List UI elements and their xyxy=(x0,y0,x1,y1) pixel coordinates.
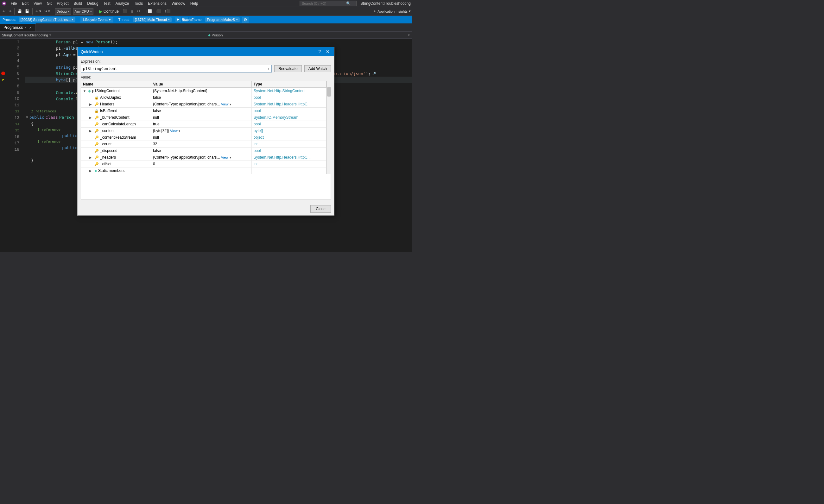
expand-headers[interactable]: ▶ xyxy=(89,156,93,159)
breadcrumb-right[interactable]: ◆ Person ▾ xyxy=(206,32,412,38)
value-disposed: false xyxy=(151,147,251,154)
type-AllowDuplex: bool xyxy=(251,94,326,101)
expand-content[interactable]: ▶ xyxy=(89,129,93,133)
ln-15: 15 xyxy=(9,127,19,134)
headers2-view-arrow[interactable]: ▾ xyxy=(230,156,231,159)
menu-window[interactable]: Window xyxy=(169,1,188,6)
expand-offset xyxy=(89,162,93,166)
expand-canCalcLength xyxy=(89,123,93,126)
name-static: Static members xyxy=(98,168,124,173)
quickwatch-footer: Close xyxy=(78,203,334,215)
debug-config-dropdown[interactable]: Debug ▾ xyxy=(55,8,71,15)
menu-build[interactable]: Build xyxy=(71,1,85,6)
row-name-count: 🔑 _count xyxy=(81,141,151,147)
quickwatch-table-wrapper: Name Value Type ▼ ◆ p1StringContent xyxy=(81,81,331,174)
type-IsBuffered: bool xyxy=(251,108,326,114)
table-row: ▼ ◆ p1StringContent {System.Net.Http.Str… xyxy=(81,88,331,94)
expand-Headers[interactable]: ▶ xyxy=(89,103,93,106)
reevaluate-btn[interactable]: Reevaluate xyxy=(274,65,302,72)
value-canCalcLength: true xyxy=(151,121,251,128)
ln-18: 18 xyxy=(9,146,19,153)
menu-project[interactable]: Project xyxy=(54,1,71,6)
save-btn[interactable]: 💾 xyxy=(16,9,23,14)
menu-extensions[interactable]: Extensions xyxy=(145,1,169,6)
back-btn[interactable]: ↩ xyxy=(1,9,7,14)
ln-13: 13 xyxy=(9,115,19,121)
menu-git[interactable]: Git xyxy=(44,1,54,6)
tab-program-cs-close[interactable]: ✕ xyxy=(28,26,32,29)
content-view-arrow[interactable]: ▾ xyxy=(179,129,180,133)
sep4 xyxy=(95,8,95,15)
search-box[interactable]: 🔍 xyxy=(300,1,356,6)
headers-view-link[interactable]: View xyxy=(221,102,229,106)
step-over-btn[interactable]: ↓⬜ xyxy=(145,9,153,14)
expand-bufferedContent[interactable]: ▶ xyxy=(89,116,93,119)
close-btn[interactable]: Close xyxy=(310,205,331,213)
thread-arrow: ▾ xyxy=(168,18,170,21)
table-row: 🔑 _offset 0 int xyxy=(81,161,331,167)
ln-6: 6 xyxy=(9,70,19,77)
thread-label: Thread: xyxy=(118,18,130,21)
expression-input[interactable]: p1StringContent ▾ xyxy=(81,65,272,73)
headers-view-arrow[interactable]: ▾ xyxy=(230,103,231,106)
expand-p1StringContent[interactable]: ▼ xyxy=(83,89,87,93)
stack-value[interactable]: Program.<Main>$ ▾ xyxy=(205,17,240,22)
content-view-link[interactable]: View xyxy=(170,129,178,133)
search-input[interactable] xyxy=(302,2,346,5)
breadcrumb-left[interactable]: StringContentTroubleshooting ▾ xyxy=(0,32,206,38)
expand-static[interactable]: ▶ xyxy=(89,169,93,172)
step-into-btn[interactable]: ↓⬛ xyxy=(154,9,163,14)
forward-btn[interactable]: ↪ xyxy=(7,9,13,14)
add-watch-btn[interactable]: Add Watch xyxy=(304,65,331,72)
menu-file[interactable]: File xyxy=(8,1,19,6)
table-scrollbar[interactable] xyxy=(326,81,331,174)
continue-btn[interactable]: ▶ Continue xyxy=(97,8,121,15)
bp-6 xyxy=(1,70,5,77)
process-value[interactable]: [20028] StringContentTroubles... ▾ xyxy=(19,17,76,22)
headers-value-text: {Content-Type: application/json; chars..… xyxy=(153,102,220,106)
ai-dropdown-arrow[interactable]: ▾ xyxy=(409,9,411,13)
quickwatch-help-btn[interactable]: ? xyxy=(317,49,322,54)
value-label: Value: xyxy=(81,75,331,80)
debug-btn2[interactable]: ⏸ xyxy=(129,9,135,14)
icon-bufferedContent: 🔑 xyxy=(94,116,99,120)
person-icon: ◆ xyxy=(208,33,211,37)
thread-value[interactable]: [13760] Main Thread ▾ xyxy=(133,17,172,22)
tab-program-cs[interactable]: Program.cs ● ✕ xyxy=(0,23,36,31)
platform-dropdown[interactable]: Any CPU ▾ xyxy=(73,8,93,15)
thread-btn1[interactable]: ⚑ xyxy=(176,17,181,22)
menu-help[interactable]: Help xyxy=(188,1,201,6)
lifecycle-btn[interactable]: Lifecycle Events ▾ xyxy=(81,17,113,22)
ln-16: 16 xyxy=(9,134,19,140)
scrollbar-thumb[interactable] xyxy=(327,87,331,97)
name-bufferedContent: _bufferedContent xyxy=(100,115,129,120)
menu-test[interactable]: Test xyxy=(101,1,113,6)
stack-settings-btn[interactable]: ⚙ xyxy=(242,17,248,23)
name-canCalcLength: _canCalculateLength xyxy=(100,122,136,126)
quickwatch-close-btn[interactable]: ✕ xyxy=(325,49,331,54)
type-canCalcLength: bool xyxy=(251,121,326,128)
headers2-view-link[interactable]: View xyxy=(221,155,229,159)
debug-btn3[interactable]: ↺ xyxy=(136,9,141,14)
menu-view[interactable]: View xyxy=(31,1,44,6)
step-out-btn[interactable]: ↑⬛ xyxy=(164,9,172,14)
menu-edit[interactable]: Edit xyxy=(19,1,31,6)
debug-btn1[interactable]: ⬛ xyxy=(122,9,128,14)
table-header-row: Name Value Type xyxy=(81,81,331,88)
menu-debug[interactable]: Debug xyxy=(85,1,101,6)
thread-btn3[interactable]: ⏮ xyxy=(189,17,195,22)
menu-analyze[interactable]: Analyze xyxy=(113,1,132,6)
ln-14: 14 xyxy=(9,121,19,127)
icon-contentReadStream: 🔑 xyxy=(94,135,99,140)
icon-p1StringContent: ◆ xyxy=(88,89,91,93)
editor-dropdowns: StringContentTroubleshooting ▾ ◆ Person … xyxy=(0,32,412,39)
toolbar: ↩ ↪ 💾 💾 ↩ ▾ ↪ ▾ Debug ▾ Any CPU ▾ ▶ Cont… xyxy=(0,7,412,16)
redo-btn[interactable]: ↪ ▾ xyxy=(43,9,51,14)
save-all-btn[interactable]: 💾 xyxy=(24,9,31,14)
undo-btn[interactable]: ↩ ▾ xyxy=(34,9,42,14)
menu-tools[interactable]: Tools xyxy=(131,1,145,6)
expr-dropdown-arrow[interactable]: ▾ xyxy=(268,67,270,71)
name-content: _content xyxy=(100,129,115,133)
table-row: ▶ 🔑 Headers {Content-Type: application/j… xyxy=(81,101,331,108)
collapse-arrow-12[interactable]: ▼ xyxy=(25,115,28,119)
